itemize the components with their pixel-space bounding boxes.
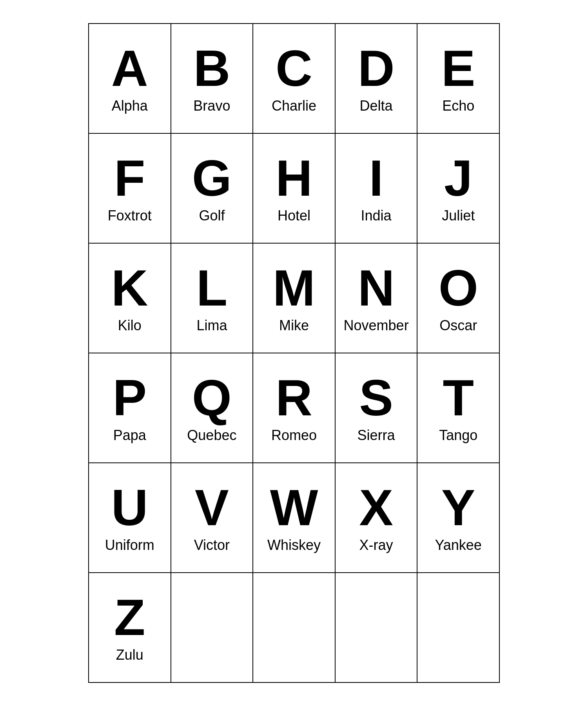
name-r: Romeo (271, 427, 317, 444)
name-y: Yankee (435, 537, 481, 553)
cell-i: IIndia (336, 134, 418, 244)
name-i: India (361, 207, 392, 224)
cell-y: YYankee (417, 463, 500, 573)
cell-q: QQuebec (171, 353, 254, 463)
cell-p: PPapa (89, 353, 171, 463)
letter-b: B (193, 43, 230, 94)
name-t: Tango (439, 427, 477, 444)
name-l: Lima (196, 317, 227, 334)
cell-o: OOscar (417, 244, 500, 353)
cell-u: UUniform (89, 463, 171, 573)
empty-cell-26 (171, 573, 254, 683)
letter-y: Y (441, 482, 475, 533)
name-p: Papa (113, 427, 146, 444)
letter-f: F (114, 153, 145, 204)
letter-l: L (196, 262, 227, 313)
letter-s: S (359, 372, 393, 423)
letter-t: T (443, 372, 474, 423)
name-n: November (344, 317, 409, 334)
cell-w: WWhiskey (253, 463, 336, 573)
letter-a: A (111, 43, 148, 94)
cell-e: EEcho (417, 24, 500, 134)
letter-g: G (192, 153, 232, 204)
name-c: Charlie (272, 98, 316, 114)
cell-x: XX-ray (336, 463, 418, 573)
name-z: Zulu (116, 647, 143, 663)
name-m: Mike (279, 317, 309, 334)
cell-s: SSierra (336, 353, 418, 463)
letter-o: O (439, 262, 478, 313)
letter-n: N (358, 262, 395, 313)
name-j: Juliet (442, 207, 475, 224)
cell-j: JJuliet (417, 134, 500, 244)
letter-j: J (444, 153, 472, 204)
cell-k: KKilo (89, 244, 171, 353)
letter-v: V (195, 482, 229, 533)
cell-m: MMike (253, 244, 336, 353)
letter-e: E (441, 43, 475, 94)
letter-d: D (358, 43, 395, 94)
letter-h: H (276, 153, 312, 204)
cell-b: BBravo (171, 24, 254, 134)
letter-c: C (276, 43, 312, 94)
letter-z: Z (114, 592, 145, 643)
name-o: Oscar (439, 317, 477, 334)
name-g: Golf (199, 207, 225, 224)
empty-cell-29 (417, 573, 500, 683)
letter-p: P (113, 372, 147, 423)
name-e: Echo (442, 98, 474, 114)
letter-m: M (273, 262, 315, 313)
name-f: Foxtrot (108, 207, 152, 224)
name-q: Quebec (187, 427, 236, 444)
cell-d: DDelta (336, 24, 418, 134)
name-w: Whiskey (267, 537, 321, 553)
name-v: Victor (194, 537, 230, 553)
letter-q: Q (192, 372, 232, 423)
letter-k: K (111, 262, 148, 313)
name-a: Alpha (112, 98, 148, 114)
cell-z: ZZulu (89, 573, 171, 683)
name-h: Hotel (278, 207, 310, 224)
cell-v: VVictor (171, 463, 254, 573)
name-x: X-ray (359, 537, 393, 553)
name-d: Delta (360, 98, 393, 114)
cell-h: HHotel (253, 134, 336, 244)
phonetic-alphabet-grid: AAlphaBBravoCCharlieDDeltaEEchoFFoxtrotG… (88, 23, 500, 683)
cell-g: GGolf (171, 134, 254, 244)
letter-x: X (359, 482, 393, 533)
name-s: Sierra (358, 427, 395, 444)
letter-i: I (369, 153, 383, 204)
cell-t: TTango (417, 353, 500, 463)
letter-r: R (276, 372, 312, 423)
letter-w: W (270, 482, 318, 533)
cell-l: LLima (171, 244, 254, 353)
empty-cell-28 (336, 573, 418, 683)
cell-n: NNovember (336, 244, 418, 353)
cell-c: CCharlie (253, 24, 336, 134)
empty-cell-27 (253, 573, 336, 683)
name-b: Bravo (193, 98, 230, 114)
cell-f: FFoxtrot (89, 134, 171, 244)
cell-a: AAlpha (89, 24, 171, 134)
name-u: Uniform (105, 537, 154, 553)
name-k: Kilo (118, 317, 142, 334)
cell-r: RRomeo (253, 353, 336, 463)
letter-u: U (111, 482, 148, 533)
